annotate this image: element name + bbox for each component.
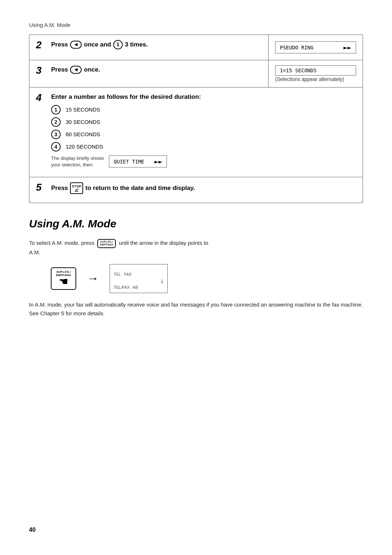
step-2-display: PSEUDO RING ►► bbox=[275, 41, 356, 53]
am-arrow-diagram: AUFLÖS./ EMPFANG ☚ → TEL FAX ↓ TEL/FAX A… bbox=[51, 264, 363, 293]
step-4-label-3: 60 SECONDS bbox=[66, 131, 100, 137]
step-2-display-arrow: ►► bbox=[343, 44, 351, 51]
step-4-label-2: 30 SECONDS bbox=[66, 119, 100, 125]
am-display-top-label: TEL FAX bbox=[114, 272, 164, 277]
step-5-return-label: to return to the date and time display. bbox=[85, 184, 195, 193]
step-3-right: 1=15 SECONDS (Selections appear alternat… bbox=[268, 60, 363, 87]
step-4-note-display: QUIET TIME ►► bbox=[109, 155, 167, 167]
step-5-content: Press STOP ⌭ to return to the date and t… bbox=[51, 182, 356, 194]
page-number: 40 bbox=[29, 527, 36, 533]
step-4-num-3: 3 bbox=[51, 130, 61, 139]
am-section-intro: To select A.M. mode, press AUFLÖS./ EMPF… bbox=[29, 239, 363, 256]
step-2-once-and-label: once and bbox=[84, 40, 111, 49]
step-2-left: 2 Press ◀ once and 1 3 times. bbox=[29, 35, 268, 60]
am-btn-diag-label-top: AUFLÖS./ bbox=[56, 270, 71, 274]
step-3-once-label: once. bbox=[84, 65, 100, 74]
am-intro-text2: until the arrow in the display points to bbox=[119, 240, 208, 246]
step-2-content: Press ◀ once and 1 3 times. bbox=[51, 40, 262, 49]
step-3-main-text: Press ◀ once. bbox=[51, 65, 262, 74]
step-4-note-text: The display briefly showsyour selection,… bbox=[51, 155, 104, 168]
step-4-main-text: Enter a number as follows for the desire… bbox=[51, 93, 356, 101]
am-display-bottom-label: TEL/FAX AB bbox=[114, 285, 164, 290]
step-4-num-4: 4 bbox=[51, 142, 61, 151]
am-right-arrow-icon: → bbox=[87, 272, 99, 285]
steps-table: 2 Press ◀ once and 1 3 times. PSEUDO RIN… bbox=[29, 35, 363, 203]
step-4-label-4: 120 SECONDS bbox=[66, 143, 103, 150]
am-intro-text3: A.M. bbox=[29, 249, 40, 255]
step-2-num-circle: 1 bbox=[113, 40, 123, 49]
step-4-item-1: 1 15 SECONDS bbox=[51, 105, 356, 114]
am-intro-text1: To select A.M. mode, press bbox=[29, 240, 94, 246]
step-4-num-1: 1 bbox=[51, 105, 61, 114]
step-3-menu-button-icon: ◀ bbox=[70, 66, 82, 74]
step-2-number: 2 bbox=[36, 40, 46, 50]
step-4-row: 4 Enter a number as follows for the desi… bbox=[29, 88, 363, 177]
step-4-label-1: 15 SECONDS bbox=[66, 106, 100, 113]
step-4-note: The display briefly showsyour selection,… bbox=[51, 155, 356, 168]
step-3-display-label: 1=15 SECONDS bbox=[280, 68, 317, 73]
section-label-top: Using A.M. Mode bbox=[29, 22, 363, 28]
step-4-num-2: 2 bbox=[51, 117, 61, 127]
step-2-right: PSEUDO RING ►► bbox=[268, 35, 363, 60]
step-3-display-sub: (Selections appear alternately) bbox=[275, 76, 356, 82]
step-4-number: 4 bbox=[36, 93, 46, 103]
step-4-note-display-arrow: ►► bbox=[155, 158, 163, 165]
step-4-items: 1 15 SECONDS 2 30 SECONDS 3 60 SECONDS bbox=[51, 101, 356, 172]
step-5-press-label: Press bbox=[51, 184, 68, 193]
step-4-note-display-label: QUIET TIME bbox=[114, 159, 144, 165]
am-display-tel-fax: TEL FAX bbox=[114, 272, 132, 276]
am-display-down-arrow: ↓ bbox=[114, 277, 164, 285]
step-3-press-label: Press bbox=[51, 65, 68, 74]
step-5-left: 5 Press STOP ⌭ to return to the date and… bbox=[29, 177, 363, 203]
step-3-display: 1=15 SECONDS bbox=[275, 65, 356, 76]
step-4-item-3: 3 60 SECONDS bbox=[51, 130, 356, 139]
step-2-display-label: PSEUDO RING bbox=[280, 45, 314, 50]
step-5-row: 5 Press STOP ⌭ to return to the date and… bbox=[29, 177, 363, 203]
step-3-content: Press ◀ once. bbox=[51, 65, 262, 74]
am-display-diagram: TEL FAX ↓ TEL/FAX AB bbox=[110, 264, 168, 293]
am-btn-label-top: AUFLÖS./ bbox=[100, 240, 113, 243]
step-2-main-text: Press ◀ once and 1 3 times. bbox=[51, 40, 262, 49]
am-btn-label-bottom: EMPFANG bbox=[100, 243, 113, 246]
am-auflös-inline-icon: AUFLÖS./ EMPFANG bbox=[97, 239, 116, 248]
step-2-row: 2 Press ◀ once and 1 3 times. PSEUDO RIN… bbox=[29, 35, 363, 60]
step-2-menu-button-icon: ◀ bbox=[70, 41, 82, 49]
step-5-number: 5 bbox=[36, 182, 46, 193]
step-4-left: 4 Enter a number as follows for the desi… bbox=[29, 88, 363, 177]
step-4-instruction: Enter a number as follows for the desire… bbox=[51, 93, 201, 101]
step-4-item-2: 2 30 SECONDS bbox=[51, 117, 356, 127]
am-auflös-button-diagram: AUFLÖS./ EMPFANG ☚ bbox=[51, 267, 76, 290]
step-2-press-label: Press bbox=[51, 40, 68, 49]
step-5-stop-button-icon: STOP ⌭ bbox=[70, 182, 83, 194]
am-section-body: In A.M. mode, your fax will automaticall… bbox=[29, 300, 363, 318]
step-4-item-4: 4 120 SECONDS bbox=[51, 142, 356, 151]
step-3-row: 3 Press ◀ once. 1=15 SECONDS (Selections… bbox=[29, 60, 363, 88]
step-3-left: 3 Press ◀ once. bbox=[29, 60, 268, 87]
am-section-title: Using A.M. Mode bbox=[29, 218, 363, 230]
step-5-main-text: Press STOP ⌭ to return to the date and t… bbox=[51, 182, 356, 194]
am-hand-icon: ☚ bbox=[59, 277, 68, 287]
step-3-number: 3 bbox=[36, 65, 46, 76]
am-display-telfax-ab: TEL/FAX AB bbox=[114, 285, 138, 289]
page: Using A.M. Mode 2 Press ◀ once and 1 3 t… bbox=[0, 0, 392, 555]
step-2-3times-label: 3 times. bbox=[125, 40, 148, 49]
step-4-content: Enter a number as follows for the desire… bbox=[51, 93, 356, 172]
